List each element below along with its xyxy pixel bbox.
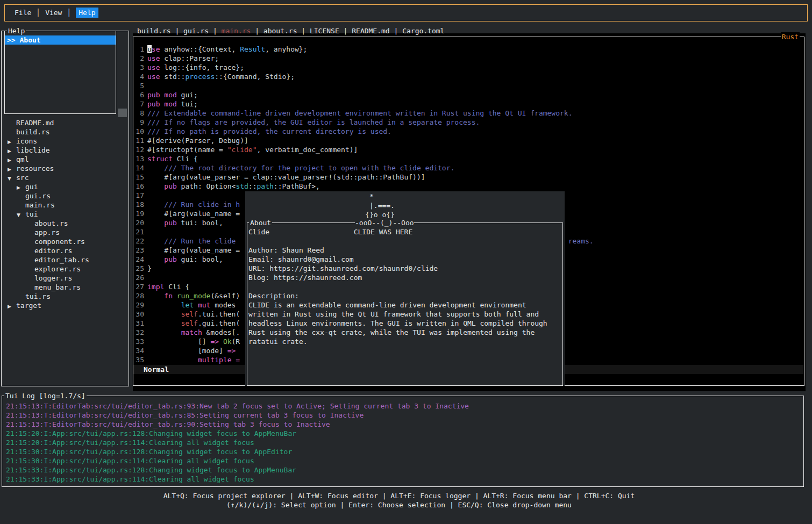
tree-item-label: target xyxy=(16,302,41,310)
tree-item-resources[interactable]: ▶resources xyxy=(2,164,128,173)
tree-item-tui[interactable]: ▼tui xyxy=(2,210,128,219)
tree-item-component-rs[interactable]: component.rs xyxy=(2,237,128,246)
tab-cargo-toml[interactable]: Cargo.toml xyxy=(402,27,444,35)
menu-separator: │ xyxy=(62,9,76,17)
tree-item-gui-rs[interactable]: gui.rs xyxy=(2,191,128,200)
log-panel[interactable]: Tui Log [log=1.7/s] 21:15:13:T:EditorTab… xyxy=(2,396,804,487)
tab-main-rs[interactable]: main.rs xyxy=(222,27,251,35)
code-token: gui: bool, xyxy=(177,255,223,263)
code-token: struct xyxy=(147,155,173,163)
tab-readme-md[interactable]: README.md xyxy=(352,27,389,35)
code-token xyxy=(147,319,181,327)
line-number: 6 xyxy=(133,90,144,99)
code-token: #[derive(Parser, Debug)] xyxy=(147,137,248,145)
line-number: 4 xyxy=(133,72,144,81)
code-token xyxy=(147,255,164,263)
code-token: use xyxy=(147,73,160,81)
line-number: 15 xyxy=(133,173,144,182)
code-line-2: 2use clap::Parser; xyxy=(133,54,804,63)
tree-item-editor-tab-rs[interactable]: editor_tab.rs xyxy=(2,255,128,264)
menu-bar: File│View│Help xyxy=(4,4,808,21)
log-entries: 21:15:13:T:EditorTab:src/tui/editor_tab.… xyxy=(6,401,802,484)
tree-item-readme-md[interactable]: README.md xyxy=(2,118,128,127)
log-entry: 21:15:13:T:EditorTab:src/tui/editor_tab.… xyxy=(6,411,802,420)
code-token: } xyxy=(147,264,152,272)
about-dialog: * |.===. {}o o{} About -ooO--(_)--Ooo Cl… xyxy=(245,191,565,386)
tree-item-gui[interactable]: ▶gui xyxy=(2,182,128,191)
tab-separator: | xyxy=(251,27,263,35)
tree-item-label: editor_tab.rs xyxy=(34,256,89,264)
menu-item-file[interactable]: File xyxy=(15,9,31,17)
line-number: 16 xyxy=(133,182,144,191)
line-number: 21 xyxy=(133,227,144,236)
tree-item-app-rs[interactable]: app.rs xyxy=(2,228,128,237)
code-token: match xyxy=(181,328,202,336)
keybind-footer: ALT+Q: Focus project explorer | ALT+W: F… xyxy=(0,491,798,509)
code-line-14: 14 /// The root directory for the projec… xyxy=(133,163,804,173)
tree-item-label: resources xyxy=(16,164,54,173)
tree-item-target[interactable]: ▶target xyxy=(2,301,128,310)
code-token: #[structopt(name = xyxy=(147,146,227,154)
code-token: /// Run the clide xyxy=(147,237,240,245)
code-token: .gui.then( xyxy=(198,319,240,327)
code-token: , anyhow}; xyxy=(265,45,307,53)
code-token: &modes[. xyxy=(202,328,240,336)
language-badge: Rust xyxy=(781,32,800,41)
code-token: self xyxy=(181,310,198,318)
tree-item-main-rs[interactable]: main.rs xyxy=(2,200,128,210)
code-line-8: 8/// Extendable command-line driven deve… xyxy=(133,109,804,118)
menu-item-view[interactable]: View xyxy=(45,9,62,17)
editor-tab-bar: build.rs | gui.rs | main.rs | about.rs |… xyxy=(137,26,444,35)
dropdown-item--about[interactable]: >> About xyxy=(5,35,116,45)
code-token: self xyxy=(181,319,198,327)
tree-item-label: explorer.rs xyxy=(34,265,81,273)
tree-item-icons[interactable]: ▶icons xyxy=(2,137,128,146)
code-token: tui: bool, xyxy=(177,219,223,227)
about-dialog-title: About xyxy=(249,218,272,227)
code-line-5: 5 xyxy=(133,81,804,90)
code-token: process xyxy=(185,73,215,81)
line-number: 11 xyxy=(133,136,144,145)
file-tree: README.mdbuild.rs▶icons▶libclide▶qml▶res… xyxy=(2,118,128,310)
code-token: "clide" xyxy=(227,146,257,154)
code-token: multiple = xyxy=(198,356,240,364)
tree-item-label: libclide xyxy=(16,146,50,154)
log-entry: 21:15:20:I:App:src/tui/app.rs:114:Cleari… xyxy=(6,438,802,447)
tree-item-label: tui xyxy=(25,210,38,218)
line-number: 25 xyxy=(133,264,144,273)
menu-item-help[interactable]: Help xyxy=(76,8,98,18)
tab-gui-rs[interactable]: gui.rs xyxy=(183,27,209,35)
tree-item-qml[interactable]: ▶qml xyxy=(2,155,128,164)
code-token xyxy=(147,292,164,300)
code-token: /// The root directory for the project t… xyxy=(147,164,454,172)
ascii-art-kilroy: * |.===. {}o o{} xyxy=(247,192,395,219)
tree-item-libclide[interactable]: ▶libclide xyxy=(2,146,128,155)
tree-item-editor-rs[interactable]: editor.rs xyxy=(2,246,128,255)
tree-item-label: component.rs xyxy=(34,238,85,246)
code-line-12: 12#[structopt(name = "clide", verbatim_d… xyxy=(133,145,804,154)
code-token: Cli { xyxy=(173,155,198,163)
line-number: 5 xyxy=(133,81,144,90)
tree-item-menu-bar-rs[interactable]: menu_bar.rs xyxy=(2,283,128,292)
scrollbar-thumb[interactable] xyxy=(118,109,127,117)
tab-separator: | xyxy=(339,27,352,35)
code-line-10: 10/// If no path is provided, the curren… xyxy=(133,127,804,136)
tree-item-build-rs[interactable]: build.rs xyxy=(2,127,128,137)
tree-item-about-rs[interactable]: about.rs xyxy=(2,219,128,228)
tab-about-rs[interactable]: about.rs xyxy=(263,27,297,35)
line-number: 3 xyxy=(133,63,144,72)
tree-item-tui-rs[interactable]: tui.rs xyxy=(2,292,128,301)
code-token: ::PathBuf>, xyxy=(274,182,320,190)
tree-item-explorer-rs[interactable]: explorer.rs xyxy=(2,264,128,274)
tab-license[interactable]: LICENSE xyxy=(310,27,339,35)
code-line-6: 6pub mod gui; xyxy=(133,90,804,99)
tree-item-logger-rs[interactable]: logger.rs xyxy=(2,274,128,283)
code-token: pub mod xyxy=(147,100,177,108)
tab-build-rs[interactable]: build.rs xyxy=(137,27,171,35)
tree-item-label: build.rs xyxy=(16,128,50,136)
tree-item-src[interactable]: ▼src xyxy=(2,173,128,182)
code-token: use xyxy=(147,63,160,71)
code-token: /// Extendable command-line driven devel… xyxy=(147,109,573,117)
menu-separator: │ xyxy=(31,9,45,17)
line-number: 26 xyxy=(133,273,144,282)
